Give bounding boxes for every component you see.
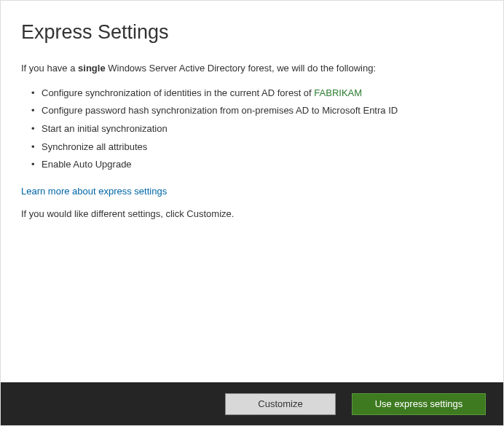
intro-prefix: If you have a bbox=[21, 63, 78, 74]
forest-name: FABRIKAM bbox=[314, 87, 362, 98]
main-content: Express Settings If you have a single Wi… bbox=[1, 1, 503, 219]
customize-note: If you would like different settings, cl… bbox=[21, 208, 483, 219]
bullet-item-sync-identities: Configure synchronization of identities … bbox=[31, 84, 483, 103]
intro-suffix: Windows Server Active Directory forest, … bbox=[106, 63, 376, 74]
intro-bold: single bbox=[78, 63, 106, 74]
bullet-list: Configure synchronization of identities … bbox=[21, 84, 483, 174]
intro-text: If you have a single Windows Server Acti… bbox=[21, 61, 483, 76]
customize-button[interactable]: Customize bbox=[225, 393, 336, 415]
bullet-text: Configure synchronization of identities … bbox=[42, 87, 314, 98]
bullet-item-initial-sync: Start an initial synchronization bbox=[31, 120, 483, 138]
bullet-item-auto-upgrade: Enable Auto Upgrade bbox=[31, 156, 483, 174]
bullet-item-sync-attributes: Synchronize all attributes bbox=[31, 138, 483, 157]
bullet-item-password-hash: Configure password hash synchronization … bbox=[31, 102, 483, 120]
footer-bar: Customize Use express settings bbox=[1, 382, 503, 425]
learn-more-link[interactable]: Learn more about express settings bbox=[21, 186, 167, 197]
page-title: Express Settings bbox=[21, 21, 483, 44]
use-express-settings-button[interactable]: Use express settings bbox=[352, 393, 486, 415]
